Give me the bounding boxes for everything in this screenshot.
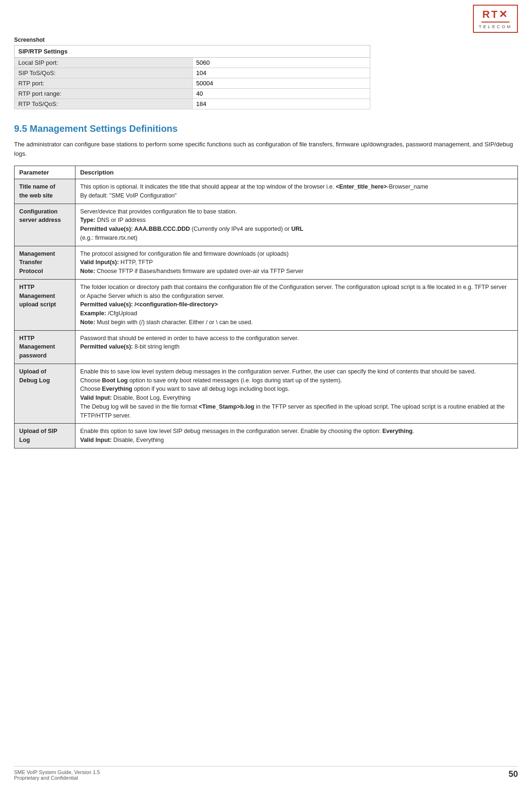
sip-rtp-value-rtp-port xyxy=(192,78,370,89)
sip-rtp-row-local-sip: Local SIP port: xyxy=(15,58,370,68)
table-row-config-server: Configurationserver address Server/devic… xyxy=(15,204,518,246)
table-row-mgmt-transfer: ManagementTransferProtocol The protocol … xyxy=(15,246,518,279)
logo-rtx: RT✕ xyxy=(482,8,509,21)
logo-telecom: TELECOM xyxy=(479,24,512,29)
desc-upload-debug: Enable this to save low level system deb… xyxy=(75,364,518,424)
sip-rtp-value-rtp-range xyxy=(192,89,370,99)
param-http-password: HTTPManagementpassword xyxy=(15,330,75,364)
col-description: Description xyxy=(75,166,518,179)
desc-http-password: Password that should be entered in order… xyxy=(75,330,518,364)
param-mgmt-transfer: ManagementTransferProtocol xyxy=(15,246,75,279)
sip-rtp-table: SIP/RTP Settings Local SIP port: SIP ToS… xyxy=(14,45,370,109)
rtp-tos-input[interactable] xyxy=(196,100,367,107)
param-upload-sip: Upload of SIPLog xyxy=(15,424,75,448)
definitions-table: Parameter Description Title name ofthe w… xyxy=(14,166,518,448)
footer-guide-name: SME VoIP System Guide, Version 1.5 xyxy=(14,769,100,775)
desc-mgmt-transfer: The protocol assigned for configuration … xyxy=(75,246,518,279)
sip-rtp-value-rtp-tos xyxy=(192,99,370,109)
local-sip-port-input[interactable] xyxy=(196,59,367,66)
sip-rtp-label-local-sip: Local SIP port: xyxy=(15,58,193,68)
sip-rtp-label-sip-tos: SIP ToS/QoS: xyxy=(15,68,193,78)
footer-left: SME VoIP System Guide, Version 1.5 Propr… xyxy=(14,769,100,781)
footer-confidential: Proprietary and Confidential xyxy=(14,775,100,781)
table-row-http-password: HTTPManagementpassword Password that sho… xyxy=(15,330,518,364)
footer-page-number: 50 xyxy=(509,769,518,781)
logo-box: RT✕ TELECOM xyxy=(473,5,518,33)
section-intro: The administrator can configure base sta… xyxy=(14,140,518,158)
sip-rtp-row-rtp-range: RTP port range: xyxy=(15,89,370,99)
def-table-header-row: Parameter Description xyxy=(15,166,518,179)
section-heading: 9.5 Management Settings Definitions xyxy=(14,123,518,134)
table-row-upload-debug: Upload ofDebug Log Enable this to save l… xyxy=(15,364,518,424)
param-upload-debug: Upload ofDebug Log xyxy=(15,364,75,424)
desc-http-upload: The folder location or directory path th… xyxy=(75,279,518,330)
page-footer: SME VoIP System Guide, Version 1.5 Propr… xyxy=(14,766,518,781)
sip-tos-input[interactable] xyxy=(196,69,367,76)
sip-rtp-value-sip-tos xyxy=(192,68,370,78)
table-row-title-name: Title name ofthe web site This option is… xyxy=(15,179,518,204)
logo-area: RT✕ TELECOM xyxy=(14,5,518,33)
sip-rtp-label-rtp-port: RTP port: xyxy=(15,78,193,89)
sip-rtp-label-rtp-tos: RTP ToS/QoS: xyxy=(15,99,193,109)
desc-upload-sip: Enable this option to save low level SIP… xyxy=(75,424,518,448)
sip-rtp-label-rtp-range: RTP port range: xyxy=(15,89,193,99)
param-title-name: Title name ofthe web site xyxy=(15,179,75,204)
sip-rtp-value-local-sip xyxy=(192,58,370,68)
param-config-server: Configurationserver address xyxy=(15,204,75,246)
screenshot-label: Screenshot xyxy=(14,37,518,43)
desc-title-name: This option is optional. It indicates th… xyxy=(75,179,518,204)
rtp-port-input[interactable] xyxy=(196,80,367,87)
table-row-upload-sip: Upload of SIPLog Enable this option to s… xyxy=(15,424,518,448)
param-http-upload: HTTPManagementupload script xyxy=(15,279,75,330)
sip-rtp-row-rtp-tos: RTP ToS/QoS: xyxy=(15,99,370,109)
sip-rtp-row-sip-tos: SIP ToS/QoS: xyxy=(15,68,370,78)
desc-config-server: Server/device that provides configuratio… xyxy=(75,204,518,246)
sip-rtp-header: SIP/RTP Settings xyxy=(15,46,370,58)
table-row-http-upload: HTTPManagementupload script The folder l… xyxy=(15,279,518,330)
sip-rtp-row-rtp-port: RTP port: xyxy=(15,78,370,89)
col-parameter: Parameter xyxy=(15,166,75,179)
rtp-range-input[interactable] xyxy=(196,90,367,97)
